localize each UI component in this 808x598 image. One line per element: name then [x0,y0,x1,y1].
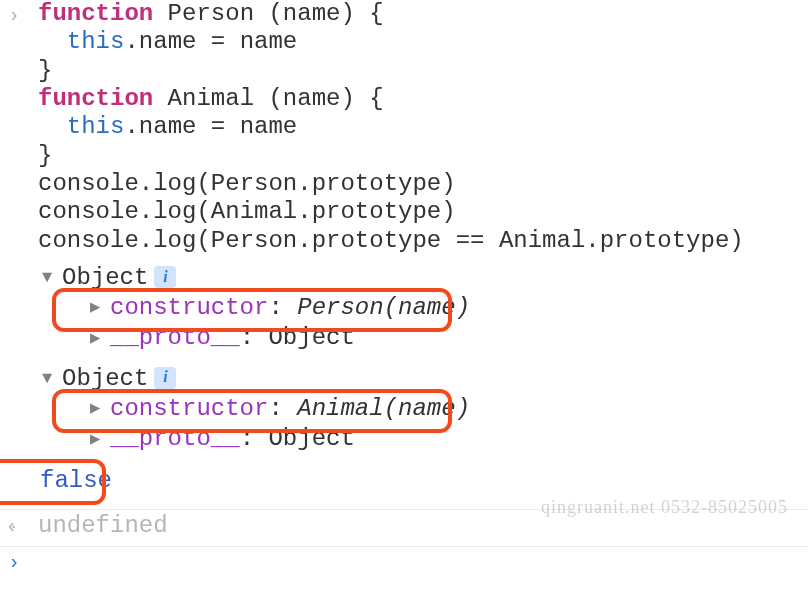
property-row-constructor[interactable]: ▶ constructor: Animal(name) [62,394,808,424]
property-row-proto[interactable]: ▶ __proto__: Object [62,323,808,353]
console-input-block: › function Person (name) { this.name = n… [0,0,808,255]
code-block: function Person (name) { this.name = nam… [38,0,808,255]
colon: : [268,395,297,422]
disclosure-triangle-right-icon[interactable]: ▶ [86,298,104,318]
keyword-function: function [38,0,153,27]
return-arrow-icon: ‹· [8,514,28,538]
keyword-this: this [67,113,125,140]
object-header-row[interactable]: ▼ Object i [38,263,808,293]
disclosure-triangle-down-icon[interactable]: ▼ [38,268,56,288]
property-value: Object [268,324,354,351]
info-badge-icon[interactable]: i [154,367,176,389]
disclosure-triangle-down-icon[interactable]: ▼ [38,369,56,389]
boolean-value: false [40,467,112,494]
keyword-function: function [38,85,153,112]
property-value: Object [268,425,354,452]
console-output-object-1: ▼ Object i ▶ constructor: Person(name) ▶… [0,263,808,354]
disclosure-triangle-right-icon[interactable]: ▶ [86,399,104,419]
keyword-this: this [67,28,125,55]
console-prompt-row[interactable]: › [0,546,808,576]
object-label: Object [62,264,148,292]
property-row-proto[interactable]: ▶ __proto__: Object [62,424,808,454]
colon: : [240,324,269,351]
code-text: .name = name [124,113,297,140]
devtools-console: › function Person (name) { this.name = n… [0,0,808,598]
object-children: ▶ constructor: Animal(name) ▶ __proto__:… [38,394,808,455]
property-key: __proto__ [110,425,240,452]
info-badge-icon[interactable]: i [154,266,176,288]
object-header-row[interactable]: ▼ Object i [38,364,808,394]
property-value: Person(name) [297,294,470,321]
colon: : [268,294,297,321]
code-text: Person (name) { [153,0,383,27]
return-value: undefined [38,512,168,539]
property-value: Animal(name) [297,395,470,422]
code-text: console.log(Person.prototype) [38,170,456,197]
prompt-chevron-icon: › [8,551,28,575]
watermark-text: qingruanit.net 0532-85025005 [541,497,788,518]
property-key: constructor [110,294,268,321]
object-label: Object [62,365,148,393]
code-indent [38,113,67,140]
code-text: } [38,142,52,169]
colon: : [240,425,269,452]
code-text: console.log(Animal.prototype) [38,198,456,225]
property-key: constructor [110,395,268,422]
disclosure-triangle-right-icon[interactable]: ▶ [86,329,104,349]
code-indent [38,28,67,55]
property-key: __proto__ [110,324,240,351]
code-text: .name = name [124,28,297,55]
object-children: ▶ constructor: Person(name) ▶ __proto__:… [38,293,808,354]
input-chevron-icon: › [8,4,28,28]
code-text: console.log(Person.prototype == Animal.p… [38,227,744,254]
console-output-object-2: ▼ Object i ▶ constructor: Animal(name) ▶… [0,364,808,455]
property-row-constructor[interactable]: ▶ constructor: Person(name) [62,293,808,323]
disclosure-triangle-right-icon[interactable]: ▶ [86,430,104,450]
code-text: } [38,57,52,84]
code-text: Animal (name) { [153,85,383,112]
